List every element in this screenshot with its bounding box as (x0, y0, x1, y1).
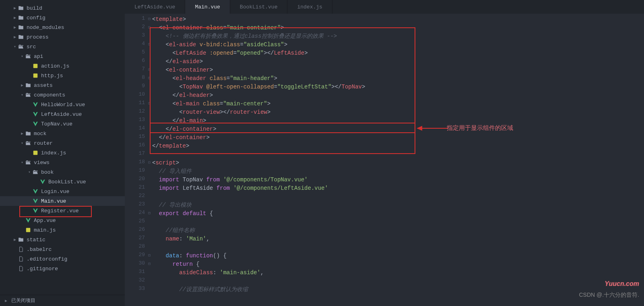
code-token: < (152, 41, 169, 48)
code-line[interactable]: <el-aside v-bind:class="asideClass"> (152, 41, 644, 49)
code-line[interactable]: <template> (152, 15, 644, 24)
tree-item-book[interactable]: ▾book (0, 167, 125, 177)
tree-item-static[interactable]: ▶static (0, 235, 125, 244)
code-line[interactable]: </el-container> (152, 133, 644, 142)
code-line[interactable]: </el-aside> (152, 58, 644, 66)
tab-label: LeftAside.vue (134, 4, 175, 10)
tree-item-http-js[interactable]: http.js (0, 71, 125, 80)
tree-item-label: HelloWorld.vue (41, 102, 85, 108)
code-token: , (206, 236, 209, 242)
tree-item-register-vue[interactable]: Register.vue (0, 206, 125, 216)
line-number: 1⊟ (125, 15, 147, 24)
code-line[interactable]: </el-main> (152, 117, 644, 125)
tree-item-router[interactable]: ▾router (0, 138, 125, 148)
tree-item-assets[interactable]: ▶assets (0, 80, 125, 90)
code-line[interactable]: asideClass: 'main-aside', (152, 269, 644, 277)
code-line[interactable] (152, 218, 644, 226)
editor-tab-index-js[interactable]: index.js (287, 0, 332, 14)
tree-item-topnav-vue[interactable]: TopNav.vue (0, 119, 125, 129)
code-line[interactable]: export default { (152, 209, 644, 218)
tree-item-config[interactable]: ▶config (0, 13, 125, 23)
tree-item-build[interactable]: ▶build (0, 3, 125, 13)
closed-projects[interactable]: ▶ 已关闭项目 (0, 295, 125, 306)
editor-tab-leftaside-vue[interactable]: LeftAside.vue (125, 0, 185, 14)
fold-icon[interactable]: ⊟ (148, 25, 151, 30)
tree-item-process[interactable]: ▶process (0, 32, 125, 42)
code-line[interactable]: <router-view></router-view> (152, 108, 644, 117)
code-token: </ (152, 126, 172, 132)
code-line[interactable]: </template> (152, 142, 644, 150)
code-token: 'main-aside' (220, 269, 260, 276)
code-line[interactable]: </el-header> (152, 91, 644, 100)
code-line[interactable]: data: function() { (152, 252, 644, 260)
code-token: > (267, 109, 270, 115)
code-token: { (206, 210, 213, 217)
editor-tab-booklist-vue[interactable]: BookList.vue (230, 0, 288, 14)
tree-item-main-vue[interactable]: Main.vue (0, 196, 125, 206)
line-number: 24⊟ (125, 209, 147, 218)
code-line[interactable]: // 导入组件 (152, 167, 644, 176)
code-line[interactable]: import LeftAside from '@/components/Left… (152, 184, 644, 193)
code-line[interactable] (152, 243, 644, 252)
code-line[interactable]: <el-container> (152, 66, 644, 74)
code-line[interactable] (152, 193, 644, 201)
code-line[interactable]: name: 'Main', (152, 235, 644, 243)
tree-item-leftaside-vue[interactable]: LeftAside.vue (0, 109, 125, 119)
code-line[interactable]: import TopNav from '@/components/TopNav.… (152, 176, 644, 184)
fold-icon[interactable]: ⊟ (148, 67, 151, 72)
code-line[interactable]: </el-container> (152, 125, 644, 133)
svg-rect-3 (26, 228, 31, 232)
tree-item-main-js[interactable]: main.js (0, 225, 125, 235)
tree-item-src[interactable]: ▾src (0, 42, 125, 51)
tree-item-label: config (27, 15, 45, 21)
tree-item-helloworld-vue[interactable]: HelloWorld.vue (0, 100, 125, 109)
fold-icon[interactable]: ⊟ (148, 16, 151, 21)
code-line[interactable]: return { (152, 260, 644, 269)
code-token: el-container (172, 126, 213, 132)
code-line[interactable]: <TopNav @left-open-collapsed="toggleLeft… (152, 83, 644, 91)
code-line[interactable] (152, 150, 644, 159)
code-line[interactable]: <script> (152, 159, 644, 167)
tree-item--editorconfig[interactable]: .editorconfig (0, 254, 125, 264)
code-line[interactable]: <el-main class="main-center"> (152, 100, 644, 108)
code-token: LeftAside (179, 185, 216, 191)
tree-item-index-js[interactable]: index.js (0, 148, 125, 158)
fold-icon[interactable]: ⊟ (148, 160, 151, 165)
fold-icon[interactable]: ⊟ (148, 101, 151, 106)
code-line[interactable]: <el-header class="main-header"> (152, 74, 644, 83)
fold-icon[interactable]: ⊟ (148, 261, 151, 266)
tree-item-mock[interactable]: ▶mock (0, 129, 125, 138)
code-line[interactable]: //组件名称 (152, 226, 644, 235)
tree-item-api[interactable]: ▾api (0, 51, 125, 61)
tree-item-app-vue[interactable]: App.vue (0, 216, 125, 225)
js-icon (32, 63, 39, 69)
code-content[interactable]: <template> <el-container class="main-con… (147, 14, 644, 306)
tree-item--babelrc[interactable]: .babelrc (0, 244, 125, 254)
tree-item-node-modules[interactable]: ▶node_modules (0, 23, 125, 32)
tree-item-action-js[interactable]: action.js (0, 61, 125, 71)
fold-icon[interactable]: ⊟ (148, 253, 151, 258)
tree-item-components[interactable]: ▾components (0, 90, 125, 100)
fold-icon[interactable]: ⊟ (148, 76, 151, 80)
fold-icon[interactable]: ⊟ (148, 211, 151, 216)
code-token: router-view (183, 109, 220, 115)
tree-item-booklist-vue[interactable]: BookList.vue (0, 177, 125, 187)
code-line[interactable]: <LeftAside :opened="opened"></LeftAside> (152, 49, 644, 58)
code-token: "main-header" (230, 75, 274, 82)
code-token: router-view (230, 109, 267, 115)
code-line[interactable]: // 导出模块 (152, 201, 644, 209)
code-line[interactable] (152, 277, 644, 285)
editor-tabs: LeftAside.vueMain.vueBookList.vueindex.j… (125, 0, 644, 14)
annotation-arrow-icon (417, 125, 449, 132)
code-line[interactable]: <el-container class="main-container"> (152, 24, 644, 32)
fold-icon[interactable]: ⊟ (148, 42, 151, 47)
tree-item-views[interactable]: ▾views (0, 158, 125, 167)
code-line[interactable]: <!-- 侧边栏有折叠效果，通过class控制折叠还是显示的效果 --> (152, 32, 644, 41)
code-line[interactable]: //设置图标样式默认为收缩 (152, 285, 644, 294)
line-number: 25 (125, 218, 147, 226)
editor-tab-main-vue[interactable]: Main.vue (185, 0, 230, 14)
annotation-text: 指定用于显示组件的区域 (447, 124, 513, 132)
tree-item--gitignore[interactable]: .gitignore (0, 264, 125, 273)
line-number: 9 (125, 83, 147, 91)
tree-item-login-vue[interactable]: Login.vue (0, 187, 125, 196)
